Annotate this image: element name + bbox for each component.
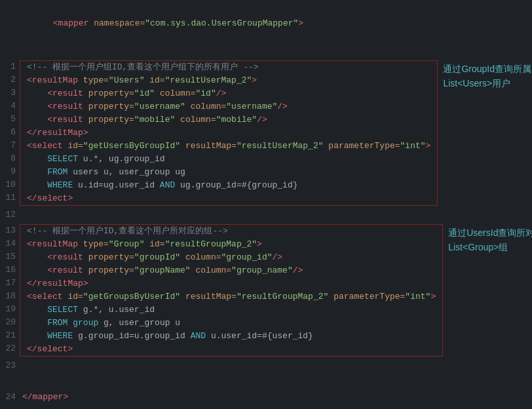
code-line: <select id="getGroupsByUserId" resultMap…: [20, 290, 442, 303]
block2-annotation: 通过UsersId查询所对应的全部List<Group>组: [448, 224, 532, 254]
mapper-close-tag: </mapper>: [20, 391, 68, 404]
code-line: </resultMap>: [20, 127, 437, 140]
empty-line: [0, 374, 532, 389]
mapper-open-tag: <mapper namespace="com.sys.dao.UsersGrou…: [20, 4, 532, 43]
line-number: 12: [0, 208, 20, 222]
code-line: <!-- 根据一个用户组ID,查看这个用户组下的所有用户 -->: [20, 61, 437, 74]
code-line: FROM group g, user_group u: [20, 317, 442, 330]
code-line: <result property="mobile" column="mobile…: [20, 113, 437, 127]
code-line: FROM users u, user_group ug: [20, 166, 437, 179]
code-line: <resultMap type="Group" id="resultGroupM…: [20, 238, 442, 251]
gap-line: 12: [0, 207, 532, 223]
block1-code: <!-- 根据一个用户组ID,查看这个用户组下的所有用户 --> <result…: [20, 60, 438, 206]
code-line: </select>: [20, 192, 437, 205]
code-line: </select>: [20, 343, 442, 356]
editor: <mapper namespace="com.sys.dao.UsersGrou…: [0, 0, 532, 409]
code-line: </resultMap>: [20, 277, 442, 290]
code-line: <select id="getUsersByGroupId" resultMap…: [20, 140, 437, 153]
code-line: <result property="id" column="id"/>: [20, 87, 437, 100]
mapper-close-line: 24 </mapper>: [0, 389, 532, 405]
code-line: <result property="username" column="user…: [20, 100, 437, 113]
line-number: [0, 46, 20, 59]
line-number: [0, 4, 20, 43]
code-line: <resultMap type="Users" id="resultUserMa…: [20, 74, 437, 87]
code-line: SELECT u.*, ug.group_id: [20, 153, 437, 166]
block1-wrapper: 1 2 3 4 5 6 7 8 9 10 11 <!-- 根据一个用户组ID,查…: [0, 60, 532, 206]
code-line: <result property="groupId" column="group…: [20, 251, 442, 264]
block2-code: <!-- 根据一个用户ID,查看这个用户所对应的组--> <resultMap …: [20, 224, 443, 357]
code-line: SELECT g.*, u.user_id: [20, 303, 442, 317]
code-line: <!-- 根据一个用户ID,查看这个用户所对应的组-->: [20, 225, 442, 238]
empty-line: 23: [0, 358, 532, 374]
code-line: WHERE g.group_id=u.group_id AND u.user_i…: [20, 330, 442, 343]
code-line: WHERE u.id=ug.user_id AND ug.group_id=#{…: [20, 179, 437, 192]
block1-line-numbers: 1 2 3 4 5 6 7 8 9 10 11: [0, 60, 20, 204]
code-line: <result property="groupName" column="gro…: [20, 264, 442, 277]
block2-line-numbers: 13 14 15 16 17 18 19 20 21 22: [0, 224, 20, 355]
block1-annotation: 通过GroupId查询所属的全部List<Users>用户: [443, 60, 532, 90]
block2-wrapper: 13 14 15 16 17 18 19 20 21 22 <!-- 根据一个用…: [0, 224, 532, 357]
